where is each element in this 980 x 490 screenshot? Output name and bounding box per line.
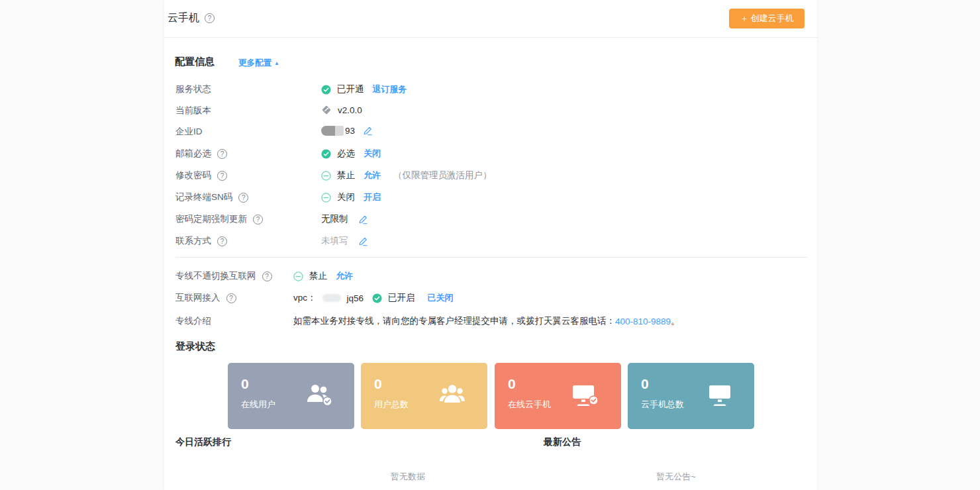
help-icon[interactable]: ? [217, 236, 227, 246]
page: 云手机 ? ＋创建云手机 配置信息 更多配置▲ 服务状态 已开通 退订服务 当前… [0, 0, 980, 490]
support-phone-link[interactable]: 400-810-9889 [615, 317, 671, 326]
help-icon[interactable]: ? [205, 13, 215, 23]
stat-value: 0 [508, 376, 516, 392]
stat-card-online-users: 0 在线用户 [228, 363, 354, 429]
row-contact: 联系方式? 未填写 [0, 235, 980, 248]
row-current-version: 当前版本 v2.0.0 [0, 105, 980, 118]
monitor-check-icon [571, 383, 600, 407]
line-switch-value: 禁止 [309, 270, 327, 282]
email-required-close-link[interactable]: 关闭 [364, 148, 381, 160]
row-line-switch: 专线不通切换互联网? 禁止 允许 [0, 270, 980, 283]
internet-status-value: 已开启 [388, 292, 415, 304]
version-icon [321, 105, 332, 115]
minus-circle-icon [293, 271, 303, 281]
help-icon[interactable]: ? [253, 215, 263, 224]
help-icon[interactable]: ? [217, 171, 227, 181]
page-header [164, 0, 817, 38]
create-cloud-phone-button[interactable]: ＋创建云手机 [729, 9, 805, 28]
stat-value: 0 [641, 376, 649, 392]
minus-circle-icon [321, 193, 331, 203]
no-data-text: 暂无数据 [391, 471, 425, 483]
unsubscribe-service-link[interactable]: 退订服务 [373, 83, 407, 95]
active-ranking-title: 今日活跃排行 [175, 436, 231, 448]
internet-disable-link[interactable]: 已关闭 [428, 292, 454, 304]
line-intro-period: 。 [671, 315, 680, 327]
help-icon[interactable]: ? [226, 293, 236, 303]
no-announcement-text: 暂无公告~ [656, 471, 696, 483]
stat-value: 0 [241, 376, 249, 392]
check-circle-icon [321, 85, 331, 95]
plus-icon: ＋ [740, 13, 749, 24]
stat-card-online-phones: 0 在线云手机 [495, 363, 621, 429]
contact-value: 未填写 [321, 235, 348, 247]
email-required-value: 必选 [337, 148, 355, 160]
row-email-required: 邮箱必选? 必选 关闭 [0, 148, 980, 161]
login-status-title: 登录状态 [175, 340, 215, 353]
row-internet-access: 互联网接入? vpc： jq56 已开启 已关闭 [0, 292, 980, 305]
stat-card-total-phones: 0 云手机总数 [628, 363, 754, 429]
config-section-title: 配置信息 [175, 56, 215, 68]
stat-card-total-users: 0 用户总数 [361, 363, 487, 429]
redacted-vpc-id [322, 294, 341, 302]
section-divider [175, 257, 807, 258]
users-check-icon [305, 383, 333, 407]
row-enterprise-id: 企业ID 93 [0, 126, 980, 139]
change-password-allow-link[interactable]: 允许 [364, 170, 381, 181]
vpc-prefix: vpc： [293, 292, 317, 304]
monitor-icon [707, 383, 733, 407]
record-sn-enable-link[interactable]: 开启 [364, 191, 381, 203]
stat-label: 用户总数 [374, 399, 409, 411]
stat-label: 在线云手机 [508, 399, 551, 411]
stat-label: 云手机总数 [641, 399, 684, 411]
stat-label: 在线用户 [241, 399, 275, 411]
chevron-up-icon: ▲ [274, 61, 279, 66]
row-password-update: 密码定期强制更新? 无限制 [0, 213, 980, 226]
change-password-value: 禁止 [337, 170, 355, 181]
row-change-password: 修改密码? 禁止 允许 （仅限管理员激活用户） [0, 170, 980, 183]
password-update-value: 无限制 [321, 213, 348, 225]
check-circle-icon [321, 149, 331, 159]
edit-pencil-icon[interactable] [358, 236, 368, 246]
help-icon[interactable]: ? [217, 149, 227, 159]
record-sn-value: 关闭 [337, 191, 355, 203]
edit-pencil-icon[interactable] [363, 126, 373, 136]
version-value: v2.0.0 [338, 105, 362, 115]
row-line-intro: 专线介绍 如需本业务对接专线，请向您的专属客户经理提交申请，或拨打天翼云客服电话… [0, 315, 980, 328]
row-record-sn: 记录终端SN码? 关闭 开启 [0, 191, 980, 205]
check-circle-icon [372, 293, 382, 303]
line-intro-text: 如需本业务对接专线，请向您的专属客户经理提交申请，或拨打天翼云客服电话： [293, 315, 615, 327]
stat-value: 0 [374, 376, 382, 392]
service-status-value: 已开通 [337, 83, 364, 95]
enterprise-id-value: 93 [345, 126, 355, 136]
more-config-link[interactable]: 更多配置▲ [238, 58, 279, 69]
line-switch-allow-link[interactable]: 允许 [336, 270, 353, 282]
row-service-status: 服务状态 已开通 退订服务 [0, 83, 980, 97]
change-password-note: （仅限管理员激活用户） [393, 170, 492, 181]
announcements-title: 最新公告 [544, 436, 581, 448]
page-title: 云手机 [168, 11, 199, 25]
users-icon [438, 383, 466, 407]
help-icon[interactable]: ? [238, 193, 248, 203]
edit-pencil-icon[interactable] [358, 215, 368, 224]
vpc-value: jq56 [347, 293, 364, 303]
help-icon[interactable]: ? [262, 271, 272, 281]
minus-circle-icon [321, 171, 331, 181]
redacted-value [321, 126, 344, 136]
